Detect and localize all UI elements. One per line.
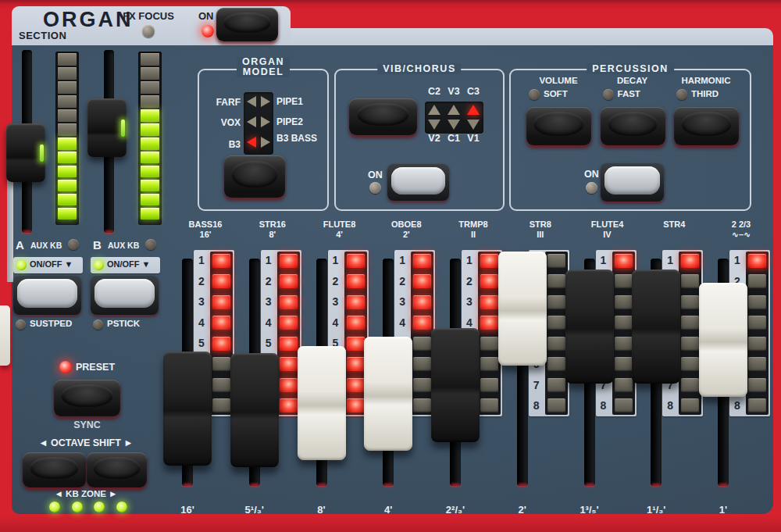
drawbar-number: 4 (394, 312, 410, 334)
meter-segment (141, 81, 159, 94)
drawbar-foot-label: 2' (490, 504, 555, 516)
drawbar-number: 3 (194, 291, 209, 312)
drawbar-led (547, 378, 565, 392)
drawbar-led (615, 316, 633, 330)
percussion-title: PERCUSSION (587, 63, 674, 74)
aux-a-onoff-strip: ON/OFF ▼ (13, 257, 83, 273)
drawbar-handle[interactable] (230, 353, 279, 467)
percussion-top-label: DECAY (600, 76, 665, 85)
drawbar-name: OBOE8 (370, 220, 442, 230)
drawbar-led (615, 337, 633, 351)
percussion-soft-led (529, 89, 540, 100)
vib-bottom-label: V1 (462, 133, 484, 144)
drawbar-led (748, 274, 766, 288)
sync-button[interactable] (54, 380, 120, 416)
meter-segment (58, 208, 77, 220)
meter-segment (141, 123, 159, 136)
organ-on-button[interactable] (216, 8, 278, 41)
drawbar-handle[interactable] (699, 283, 747, 397)
drawbar-label: FLUTE4IV (572, 220, 644, 240)
drawbar-sub: IV (572, 230, 644, 240)
percussion-fast-button[interactable] (601, 107, 665, 145)
meter-segment (58, 137, 77, 150)
drawbar-led (681, 378, 699, 392)
organ-model-button[interactable] (224, 155, 285, 198)
drawbar-sub: 4' (304, 230, 376, 240)
drawbar-handle[interactable] (298, 346, 346, 460)
aux-a-button[interactable] (13, 276, 81, 315)
aux-b-button[interactable] (91, 276, 159, 315)
percussion-on-button[interactable] (601, 163, 664, 202)
drawbar-led-column (411, 252, 433, 415)
drawbar-foot-label: 4' (355, 504, 421, 516)
drawbar-handle[interactable] (565, 270, 614, 384)
drawbar-number: 1 (194, 250, 209, 271)
vib-bottom-label: V2 (423, 133, 445, 144)
aux-a-key: A (16, 238, 24, 252)
meter-segment (58, 123, 77, 136)
drawbar-led (480, 398, 498, 412)
octave-shift-down-button[interactable] (23, 452, 86, 487)
organ-model-left-label: B3 (196, 139, 241, 150)
aux-b-onoff-strip: ON/OFF ▼ (91, 257, 160, 273)
drawbar-led (615, 254, 633, 268)
drawbar-led (212, 378, 230, 392)
drawbar-handle[interactable] (163, 352, 212, 466)
fx-focus-led (142, 25, 155, 37)
drawbar-handle[interactable] (632, 270, 680, 384)
drawbar-led (413, 274, 431, 288)
percussion-on-led (586, 182, 597, 194)
level-fader-handle-b[interactable] (87, 98, 127, 157)
drawbar-led (212, 398, 230, 412)
kb-zone-led (72, 502, 83, 512)
sync-label: SYNC (54, 420, 120, 430)
aux-kb-label: AUX KB (108, 241, 139, 250)
drawbar-led (547, 316, 565, 330)
octave-shift-up-button[interactable] (87, 452, 147, 487)
vib-on-led (369, 182, 381, 194)
drawbar-foot-label: 8' (289, 504, 355, 516)
organ-model-led-pipe2 (261, 116, 270, 127)
drawbar-number: 1 (596, 250, 612, 271)
drawbar-number: 2 (261, 271, 276, 292)
kb-zone-led (49, 502, 60, 512)
vib-chorus-select-button[interactable] (349, 98, 417, 135)
percussion-soft-button[interactable] (526, 107, 591, 145)
meter-segment (141, 67, 159, 80)
drawbar-led (748, 254, 766, 268)
percussion-third-button[interactable] (674, 107, 739, 145)
drawbar-led (480, 357, 498, 371)
drawbar-led (748, 378, 766, 392)
aux-onoff-led (16, 260, 27, 270)
drawbar-number: 4 (328, 312, 344, 334)
aux-onoff-led (94, 260, 104, 270)
sustped-label: SUSTPED (30, 319, 72, 328)
drawbar-led (413, 357, 431, 371)
drawbar-foot-label: 1³/₅' (557, 504, 622, 516)
organ-model-led-farf (247, 96, 256, 107)
meter-segment (141, 109, 159, 122)
drawbar-led (547, 254, 565, 268)
vib-on-button[interactable] (387, 164, 449, 201)
organ-model-right-label: PIPE1 (276, 97, 317, 106)
aux-a-led (68, 239, 79, 250)
organ-model-led-b3-bass (261, 137, 270, 148)
organ-model-led-vox (247, 116, 256, 127)
drawbar-handle[interactable] (364, 337, 412, 451)
level-meter-b (138, 52, 162, 225)
vib-led-v3 (448, 105, 460, 115)
drawbar-led-column (679, 252, 701, 415)
pstick-label: PSTICK (107, 319, 140, 328)
drawbar-handle[interactable] (498, 252, 547, 366)
drawbar-led (547, 357, 565, 371)
pstick-led (93, 320, 103, 330)
drawbar-led (547, 295, 565, 309)
drawbar-name: FLUTE4 (572, 220, 644, 230)
fader-indicator-led (121, 120, 125, 137)
drawbar-handle[interactable] (431, 328, 480, 442)
vib-top-label: V3 (443, 86, 465, 97)
drawbar-number: 8 (529, 395, 544, 416)
drawbar-led (681, 254, 699, 268)
drawbar-led (547, 337, 565, 351)
level-fader-handle-a[interactable] (6, 123, 45, 182)
